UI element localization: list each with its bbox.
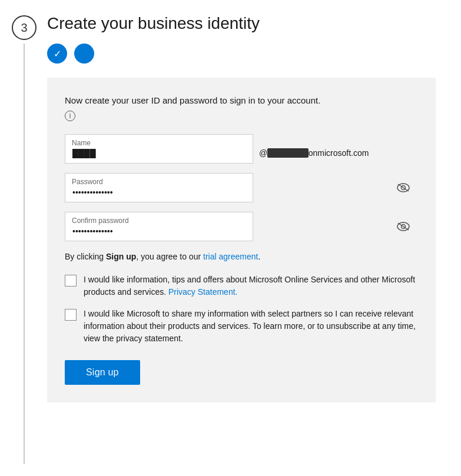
main-content: Create your business identity ✓ Now crea… <box>47 12 461 464</box>
checkmark-icon: ✓ <box>54 48 61 59</box>
checkbox-partners-label: I would like Microsoft to share my infor… <box>84 308 418 345</box>
page-title: Create your business identity <box>47 14 449 33</box>
name-input[interactable] <box>65 134 253 164</box>
username-row: Name @███████onmicrosoft.com <box>65 134 418 164</box>
form-description: Now create your user ID and password to … <box>65 94 418 108</box>
domain-label: @███████onmicrosoft.com <box>259 148 369 164</box>
checkbox-partners[interactable] <box>65 309 77 321</box>
step-number: 3 <box>12 15 37 40</box>
progress-dot-2 <box>74 44 94 64</box>
progress-dot-1: ✓ <box>47 44 67 64</box>
trial-agreement-link[interactable]: trial agreement <box>203 252 258 261</box>
checkbox-row-1: I would like information, tips and offer… <box>65 274 418 298</box>
confirm-password-group: Confirm password <box>65 212 418 241</box>
password-group: Password <box>65 173 418 202</box>
confirm-password-input[interactable] <box>65 212 253 241</box>
signup-button[interactable]: Sign up <box>65 360 140 385</box>
form-card: Now create your user ID and password to … <box>47 78 436 402</box>
password-input[interactable] <box>65 173 253 202</box>
agreement-bold: Sign up <box>106 252 136 261</box>
step-indicator: 3 <box>12 12 37 464</box>
progress-dots: ✓ <box>47 44 449 64</box>
checkbox-marketing-label: I would like information, tips and offer… <box>84 274 418 298</box>
info-icon[interactable]: i <box>65 111 75 121</box>
name-input-group: Name <box>65 134 253 164</box>
info-icon-row: i <box>65 110 418 121</box>
checkbox-marketing[interactable] <box>65 275 77 287</box>
checkbox-row-2: I would like Microsoft to share my infor… <box>65 308 418 345</box>
step-line <box>24 44 25 464</box>
password-eye-button[interactable] <box>394 181 412 195</box>
confirm-password-eye-button[interactable] <box>394 219 412 234</box>
privacy-statement-link-1[interactable]: Privacy Statement. <box>168 287 238 297</box>
domain-blurred: ███████ <box>267 148 308 158</box>
agreement-text: By clicking Sign up, you agree to our tr… <box>65 251 418 263</box>
